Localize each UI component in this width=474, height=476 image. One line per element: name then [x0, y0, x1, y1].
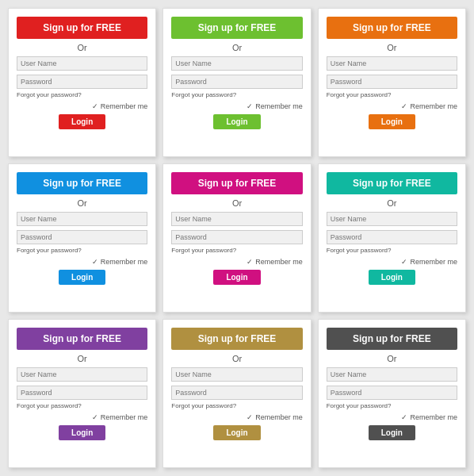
form-area-0: Forgot your password? — [17, 55, 147, 102]
remember-row-4: ✓ Remember me — [171, 258, 302, 266]
password-field-4[interactable] — [171, 230, 302, 244]
card-0: Sign up for FREE Or Forgot your password… — [8, 8, 156, 157]
remember-label-5: Remember me — [410, 258, 457, 266]
password-field-6[interactable] — [17, 386, 147, 400]
login-button-4[interactable]: Login — [213, 270, 260, 285]
username-field-1[interactable] — [171, 56, 302, 71]
username-field-2[interactable] — [327, 56, 457, 71]
forgot-link-4[interactable]: Forgot your password? — [171, 247, 302, 254]
login-button-5[interactable]: Login — [369, 270, 415, 285]
forgot-link-7[interactable]: Forgot your password? — [171, 402, 302, 409]
form-area-7: Forgot your password? — [171, 366, 302, 413]
username-field-7[interactable] — [171, 367, 302, 382]
username-field-5[interactable] — [327, 212, 457, 226]
username-field-0[interactable] — [17, 56, 147, 71]
signup-button-2[interactable]: Sign up for FREE — [327, 17, 457, 39]
login-button-7[interactable]: Login — [213, 425, 260, 440]
remember-icon-3: ✓ — [92, 258, 98, 266]
signup-button-8[interactable]: Sign up for FREE — [327, 328, 457, 350]
forgot-link-0[interactable]: Forgot your password? — [17, 91, 147, 98]
forgot-link-2[interactable]: Forgot your password? — [327, 91, 457, 98]
password-field-8[interactable] — [327, 386, 457, 400]
or-text-1: Or — [232, 43, 242, 52]
form-area-8: Forgot your password? — [327, 366, 457, 413]
forgot-link-1[interactable]: Forgot your password? — [171, 91, 302, 98]
or-text-4: Or — [232, 198, 242, 208]
username-field-6[interactable] — [17, 367, 147, 382]
card-3: Sign up for FREE Or Forgot your password… — [8, 163, 156, 313]
remember-row-0: ✓ Remember me — [17, 102, 147, 110]
or-text-7: Or — [232, 354, 242, 363]
remember-icon-4: ✓ — [247, 258, 253, 266]
form-area-4: Forgot your password? — [171, 210, 302, 258]
card-1: Sign up for FREE Or Forgot your password… — [162, 8, 311, 157]
remember-icon-7: ✓ — [247, 413, 253, 421]
forgot-link-3[interactable]: Forgot your password? — [17, 247, 147, 254]
remember-row-2: ✓ Remember me — [327, 102, 457, 110]
or-text-6: Or — [78, 354, 87, 363]
card-4: Sign up for FREE Or Forgot your password… — [162, 163, 311, 313]
forgot-link-8[interactable]: Forgot your password? — [327, 402, 457, 409]
remember-label-1: Remember me — [255, 102, 303, 110]
username-field-3[interactable] — [17, 212, 147, 226]
password-field-3[interactable] — [17, 230, 147, 244]
remember-label-4: Remember me — [255, 258, 303, 266]
remember-label-3: Remember me — [101, 258, 148, 266]
remember-label-7: Remember me — [255, 413, 303, 421]
username-field-8[interactable] — [327, 367, 457, 382]
remember-icon-1: ✓ — [247, 102, 253, 110]
password-field-5[interactable] — [327, 230, 457, 244]
remember-row-7: ✓ Remember me — [171, 413, 302, 421]
or-text-5: Or — [387, 198, 396, 208]
remember-icon-5: ✓ — [401, 258, 407, 266]
signup-button-7[interactable]: Sign up for FREE — [171, 328, 302, 350]
signup-button-4[interactable]: Sign up for FREE — [171, 172, 302, 194]
card-6: Sign up for FREE Or Forgot your password… — [8, 319, 156, 468]
signup-button-1[interactable]: Sign up for FREE — [171, 17, 302, 39]
remember-label-6: Remember me — [101, 413, 148, 421]
remember-icon-8: ✓ — [401, 413, 407, 421]
or-text-0: Or — [78, 43, 87, 52]
login-button-1[interactable]: Login — [213, 114, 260, 129]
form-area-2: Forgot your password? — [327, 55, 457, 102]
form-area-5: Forgot your password? — [327, 210, 457, 258]
login-button-8[interactable]: Login — [369, 425, 415, 440]
signup-button-0[interactable]: Sign up for FREE — [17, 17, 147, 39]
card-grid: Sign up for FREE Or Forgot your password… — [0, 0, 474, 476]
login-button-2[interactable]: Login — [369, 114, 415, 129]
form-area-6: Forgot your password? — [17, 366, 147, 413]
card-8: Sign up for FREE Or Forgot your password… — [318, 319, 466, 468]
forgot-link-6[interactable]: Forgot your password? — [17, 402, 147, 409]
password-field-7[interactable] — [171, 386, 302, 400]
remember-row-1: ✓ Remember me — [171, 102, 302, 110]
card-5: Sign up for FREE Or Forgot your password… — [318, 163, 466, 313]
or-text-8: Or — [387, 354, 396, 363]
remember-label-0: Remember me — [101, 102, 148, 110]
login-button-3[interactable]: Login — [59, 270, 105, 285]
remember-icon-2: ✓ — [401, 102, 407, 110]
login-button-0[interactable]: Login — [59, 114, 105, 129]
remember-icon-0: ✓ — [92, 102, 98, 110]
remember-label-2: Remember me — [410, 102, 457, 110]
or-text-3: Or — [78, 198, 87, 208]
signup-button-5[interactable]: Sign up for FREE — [327, 172, 457, 194]
password-field-2[interactable] — [327, 75, 457, 89]
remember-icon-6: ✓ — [92, 413, 98, 421]
form-area-3: Forgot your password? — [17, 210, 147, 258]
password-field-0[interactable] — [17, 75, 147, 89]
password-field-1[interactable] — [171, 75, 302, 89]
remember-row-5: ✓ Remember me — [327, 258, 457, 266]
form-area-1: Forgot your password? — [171, 55, 302, 102]
remember-row-6: ✓ Remember me — [17, 413, 147, 421]
username-field-4[interactable] — [171, 212, 302, 226]
card-7: Sign up for FREE Or Forgot your password… — [162, 319, 311, 468]
signup-button-6[interactable]: Sign up for FREE — [17, 328, 147, 350]
or-text-2: Or — [387, 43, 396, 52]
remember-row-3: ✓ Remember me — [17, 258, 147, 266]
login-button-6[interactable]: Login — [59, 425, 105, 440]
remember-label-8: Remember me — [410, 413, 457, 421]
card-2: Sign up for FREE Or Forgot your password… — [318, 8, 466, 157]
forgot-link-5[interactable]: Forgot your password? — [327, 247, 457, 254]
signup-button-3[interactable]: Sign up for FREE — [17, 172, 147, 194]
remember-row-8: ✓ Remember me — [327, 413, 457, 421]
